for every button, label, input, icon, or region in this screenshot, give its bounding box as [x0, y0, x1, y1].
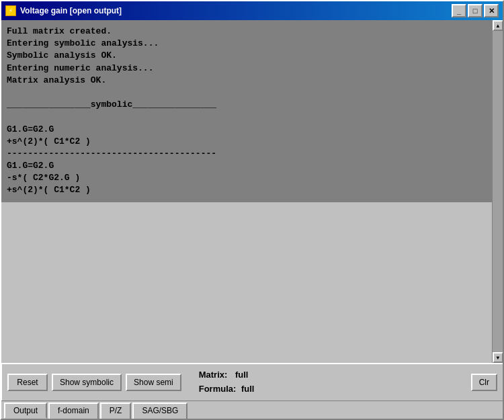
clr-button[interactable]: Clr	[471, 374, 497, 391]
bottom-panel: Reset Show symbolic Show semi Matrix: fu…	[1, 363, 503, 419]
tab-pz[interactable]: P/Z	[100, 403, 132, 419]
output-content[interactable]: Full matrix created. Entering symbolic a…	[1, 20, 492, 202]
matrix-label: Matrix:	[199, 370, 228, 380]
maximize-button[interactable]: □	[468, 4, 482, 17]
scroll-up-button[interactable]: ▲	[493, 20, 503, 31]
formula-value: full	[241, 384, 255, 394]
tab-sag-sbg[interactable]: SAG/SBG	[132, 403, 187, 419]
scroll-track[interactable]	[493, 31, 503, 352]
tabs-row: Output f-domain P/Z SAG/SBG	[1, 401, 503, 419]
content-wrapper: Full matrix created. Entering symbolic a…	[1, 20, 503, 363]
matrix-info: Matrix: full Formula: full	[199, 368, 467, 396]
tab-output[interactable]: Output	[4, 403, 47, 419]
minimize-button[interactable]: _	[452, 4, 466, 17]
formula-line: Formula: full	[199, 382, 467, 396]
matrix-value: full	[235, 370, 249, 380]
show-symbolic-button[interactable]: Show symbolic	[52, 374, 122, 391]
output-area: Full matrix created. Entering symbolic a…	[1, 20, 492, 363]
close-button[interactable]: ✕	[484, 4, 499, 17]
window-title: Voltage gain [open output]	[20, 6, 448, 15]
show-semi-button[interactable]: Show semi	[126, 374, 181, 391]
formula-label: Formula:	[199, 384, 237, 394]
controls-row: Reset Show symbolic Show semi Matrix: fu…	[1, 363, 503, 401]
tab-f-domain[interactable]: f-domain	[48, 403, 99, 419]
scroll-down-button[interactable]: ▼	[493, 352, 503, 363]
title-bar: ⚡ Voltage gain [open output] _ □ ✕	[1, 1, 503, 20]
vertical-scrollbar[interactable]: ▲ ▼	[492, 20, 503, 363]
window-icon: ⚡	[5, 5, 16, 16]
main-window: ⚡ Voltage gain [open output] _ □ ✕ Full …	[0, 0, 504, 420]
matrix-line: Matrix: full	[199, 368, 467, 382]
output-text: Full matrix created. Entering symbolic a…	[7, 26, 487, 197]
reset-button[interactable]: Reset	[7, 374, 48, 391]
window-controls: _ □ ✕	[452, 4, 499, 17]
